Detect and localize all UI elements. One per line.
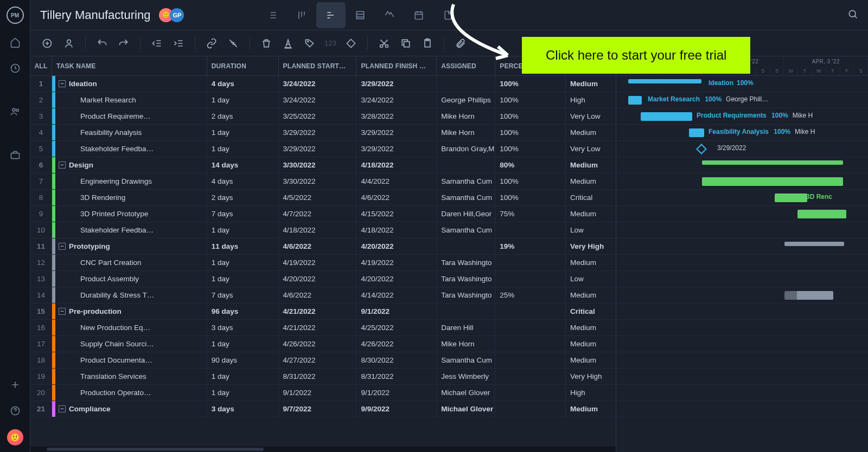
percent-complete-cell[interactable] (495, 222, 566, 238)
planned-start-cell[interactable]: 4/21/2022 (279, 304, 357, 319)
task-name-cell[interactable]: 3D Printed Prototype (52, 206, 207, 222)
gantt-task-bar[interactable] (797, 210, 846, 218)
link-icon[interactable] (205, 36, 219, 50)
briefcase-icon[interactable] (8, 147, 23, 163)
percent-complete-cell[interactable]: 100% (495, 76, 566, 92)
planned-start-cell[interactable]: 4/7/2022 (279, 206, 357, 222)
milestone-icon[interactable] (344, 36, 358, 50)
percent-complete-cell[interactable] (495, 271, 566, 287)
gantt-row[interactable]: Ideation100% (616, 76, 868, 92)
percent-complete-cell[interactable]: 75% (495, 206, 566, 222)
assigned-cell[interactable]: Samantha Cum (437, 173, 495, 189)
percent-complete-cell[interactable] (495, 385, 566, 401)
priority-cell[interactable]: Medium (566, 352, 616, 368)
planned-finish-cell[interactable]: 3/29/2022 (356, 76, 437, 92)
list-view-icon[interactable] (258, 2, 287, 28)
gantt-row[interactable] (616, 238, 868, 255)
planned-finish-cell[interactable]: 9/1/2022 (356, 385, 437, 401)
planned-finish-cell[interactable]: 4/4/2022 (356, 173, 437, 189)
duration-cell[interactable]: 4 days (207, 76, 279, 92)
priority-cell[interactable]: Low (566, 222, 616, 238)
avatar-group[interactable]: 🙂 GP (159, 8, 184, 22)
duration-cell[interactable]: 3 days (207, 401, 279, 417)
planned-finish-cell[interactable]: 3/24/2022 (356, 92, 437, 108)
clock-icon[interactable] (8, 61, 23, 76)
task-row[interactable]: 93D Printed Prototype7 days4/7/20224/15/… (30, 206, 616, 222)
gantt-row[interactable] (616, 401, 868, 417)
collapse-toggle-icon[interactable]: − (59, 162, 66, 169)
gantt-summary-bar[interactable] (784, 242, 844, 246)
text-color-icon[interactable] (281, 36, 295, 50)
planned-start-cell[interactable]: 3/30/2022 (279, 157, 357, 173)
planned-finish-cell[interactable]: 4/26/2022 (356, 336, 437, 352)
gantt-rows[interactable]: Ideation100%Market Research 100%George P… (616, 76, 868, 452)
planned-start-cell[interactable]: 4/6/2022 (279, 238, 357, 254)
board-view-icon[interactable] (287, 2, 316, 28)
gantt-row[interactable] (616, 206, 868, 222)
percent-complete-cell[interactable] (495, 320, 566, 335)
planned-finish-cell[interactable]: 8/31/2022 (356, 369, 437, 384)
help-icon[interactable] (8, 403, 23, 418)
assigned-cell[interactable]: Samantha Cum (437, 222, 495, 238)
gantt-row[interactable] (616, 287, 868, 304)
task-row[interactable]: 3Product Requireme…2 days3/25/20223/28/2… (30, 108, 616, 125)
paste-icon[interactable] (420, 36, 435, 50)
assigned-cell[interactable]: George Phillips (437, 92, 495, 108)
planned-start-cell[interactable]: 9/7/2022 (279, 401, 357, 417)
planned-finish-cell[interactable]: 4/14/2022 (356, 287, 437, 303)
percent-complete-cell[interactable] (495, 304, 566, 319)
task-name-cell[interactable]: New Production Eq… (52, 320, 207, 335)
task-name-cell[interactable]: Stakeholder Feedba… (52, 222, 207, 238)
search-icon[interactable] (847, 9, 858, 22)
gantt-row[interactable] (616, 385, 868, 401)
gantt-view-icon[interactable] (316, 2, 346, 28)
assigned-cell[interactable]: Michael Glover (437, 401, 495, 417)
task-name-cell[interactable]: −Compliance (52, 401, 207, 417)
task-name-cell[interactable]: Supply Chain Sourci… (52, 336, 207, 352)
free-trial-cta[interactable]: Click here to start your free trial (522, 37, 750, 74)
percent-complete-cell[interactable] (495, 255, 566, 270)
plus-icon[interactable] (8, 377, 23, 392)
user-avatar[interactable]: 🙂 (7, 429, 23, 445)
task-name-cell[interactable]: Durability & Stress T… (52, 287, 207, 303)
percent-complete-cell[interactable] (495, 369, 566, 384)
calendar-view-icon[interactable] (404, 2, 433, 28)
planned-start-cell[interactable]: 3/24/2022 (279, 92, 357, 108)
priority-cell[interactable]: Very Low (566, 108, 616, 124)
planned-finish-cell[interactable]: 4/20/2022 (356, 238, 437, 254)
task-row[interactable]: 13Product Assembly1 day4/20/20224/20/202… (30, 271, 616, 287)
priority-cell[interactable]: Critical (566, 304, 616, 319)
assigned-cell[interactable]: Tara Washingto (437, 287, 495, 303)
assigned-cell[interactable]: Michael Glover (437, 385, 495, 401)
gantt-row[interactable] (616, 222, 868, 238)
planned-start-cell[interactable]: 3/30/2022 (279, 173, 357, 189)
assigned-cell[interactable] (437, 76, 495, 92)
duration-cell[interactable]: 7 days (207, 287, 279, 303)
col-planned-finish[interactable]: PLANNED FINISH … (356, 56, 437, 75)
percent-complete-cell[interactable]: 25% (495, 287, 566, 303)
planned-finish-cell[interactable]: 4/18/2022 (356, 222, 437, 238)
planned-start-cell[interactable]: 3/29/2022 (279, 141, 357, 157)
col-assigned[interactable]: ASSIGNED (437, 56, 495, 75)
priority-cell[interactable]: Medium (566, 173, 616, 189)
task-row[interactable]: 20Production Operato…1 day9/1/20229/1/20… (30, 385, 616, 401)
undo-icon[interactable] (95, 36, 109, 50)
planned-start-cell[interactable]: 4/6/2022 (279, 287, 357, 303)
duration-cell[interactable]: 1 day (207, 125, 279, 140)
priority-cell[interactable]: Medium (566, 287, 616, 303)
task-row[interactable]: 2Market Research1 day3/24/20223/24/2022G… (30, 92, 616, 108)
assigned-cell[interactable]: Tara Washingto (437, 255, 495, 270)
percent-complete-cell[interactable]: 100% (495, 190, 566, 205)
planned-start-cell[interactable]: 4/26/2022 (279, 336, 357, 352)
gantt-row[interactable] (616, 304, 868, 320)
files-view-icon[interactable] (433, 2, 463, 28)
duration-cell[interactable]: 90 days (207, 352, 279, 368)
priority-cell[interactable]: Very High (566, 369, 616, 384)
assigned-cell[interactable]: Brandon Gray,M (437, 141, 495, 157)
task-name-cell[interactable]: Market Research (52, 92, 207, 108)
gantt-row[interactable]: 3/29/2022 (616, 141, 868, 157)
planned-finish-cell[interactable]: 4/18/2022 (356, 157, 437, 173)
task-name-cell[interactable]: 3D Rendering (52, 190, 207, 205)
collapse-toggle-icon[interactable]: − (59, 405, 66, 412)
planned-finish-cell[interactable]: 4/6/2022 (356, 190, 437, 205)
